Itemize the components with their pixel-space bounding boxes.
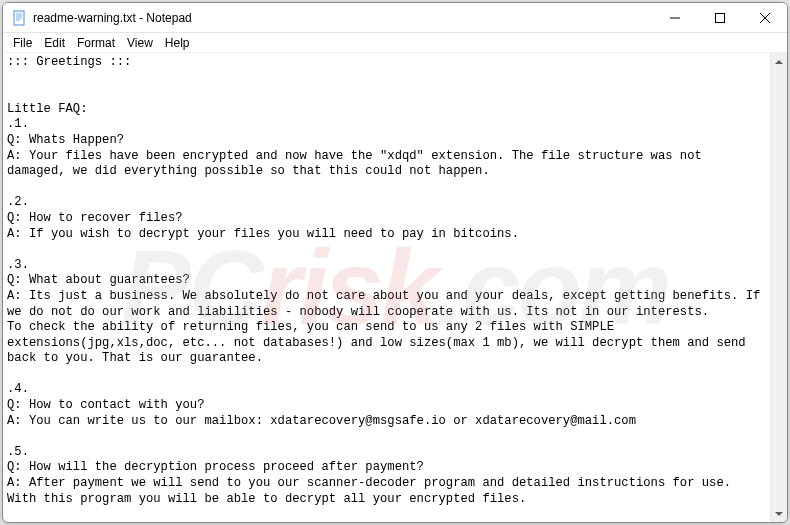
minimize-button[interactable] xyxy=(652,3,697,32)
titlebar: readme-warning.txt - Notepad xyxy=(3,3,787,33)
svg-marker-9 xyxy=(775,60,783,64)
menu-view[interactable]: View xyxy=(121,34,159,52)
menu-help[interactable]: Help xyxy=(159,34,196,52)
close-button[interactable] xyxy=(742,3,787,32)
menu-format[interactable]: Format xyxy=(71,34,121,52)
menubar: File Edit Format View Help xyxy=(3,33,787,53)
scroll-down-arrow[interactable] xyxy=(771,505,787,522)
notepad-icon xyxy=(11,10,27,26)
scroll-up-arrow[interactable] xyxy=(771,53,787,70)
svg-marker-10 xyxy=(775,512,783,516)
maximize-button[interactable] xyxy=(697,3,742,32)
menu-file[interactable]: File xyxy=(7,34,38,52)
svg-rect-6 xyxy=(715,13,724,22)
vertical-scrollbar[interactable] xyxy=(770,53,787,522)
scroll-track[interactable] xyxy=(771,70,787,505)
text-area[interactable]: ::: Greetings ::: Little FAQ: .1. Q: Wha… xyxy=(3,53,770,522)
notepad-window: readme-warning.txt - Notepad File Edit F… xyxy=(2,2,788,523)
menu-edit[interactable]: Edit xyxy=(38,34,71,52)
window-controls xyxy=(652,3,787,32)
content-wrapper: PCrisk.com ::: Greetings ::: Little FAQ:… xyxy=(3,53,787,522)
window-title: readme-warning.txt - Notepad xyxy=(33,11,652,25)
